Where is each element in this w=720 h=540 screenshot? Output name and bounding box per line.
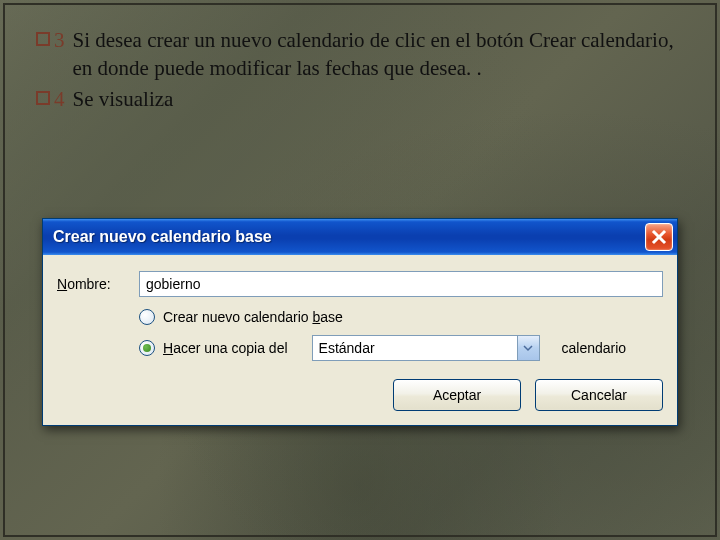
slide-text: 3 Si desea crear un nuevo calendario de … xyxy=(36,26,680,115)
bullet-number: 3 xyxy=(54,26,65,83)
bullet-text: Si desea crear un nuevo calendario de cl… xyxy=(73,26,681,83)
name-label: Nombre: xyxy=(57,276,139,292)
ok-button[interactable]: Aceptar xyxy=(393,379,521,411)
radio-icon[interactable] xyxy=(139,309,155,325)
close-icon xyxy=(651,229,667,245)
radio-create-new[interactable]: Crear nuevo calendario base xyxy=(139,309,663,325)
dialog-title: Crear nuevo calendario base xyxy=(53,228,645,246)
radio-label: Crear nuevo calendario base xyxy=(163,309,343,325)
name-input[interactable] xyxy=(139,271,663,297)
bullet-item: 4 Se visualiza xyxy=(36,85,680,113)
radio-copy-from[interactable]: Hacer una copia del Estándar calendario xyxy=(139,335,663,361)
bullet-text: Se visualiza xyxy=(73,85,681,113)
dialog-titlebar[interactable]: Crear nuevo calendario base xyxy=(43,219,677,255)
bullet-square-icon xyxy=(36,91,50,105)
cancel-button[interactable]: Cancelar xyxy=(535,379,663,411)
dialog-body: Nombre: Crear nuevo calendario base Hace… xyxy=(43,255,677,425)
bullet-item: 3 Si desea crear un nuevo calendario de … xyxy=(36,26,680,83)
bullet-square-icon xyxy=(36,32,50,46)
bullet-number: 4 xyxy=(54,85,65,113)
source-calendar-combo[interactable]: Estándar xyxy=(312,335,540,361)
chevron-down-icon xyxy=(523,343,533,353)
radio-label: Hacer una copia del xyxy=(163,340,288,356)
dialog-buttons: Aceptar Cancelar xyxy=(57,379,663,411)
radio-icon[interactable] xyxy=(139,340,155,356)
combo-value: Estándar xyxy=(313,340,517,356)
close-button[interactable] xyxy=(645,223,673,251)
suffix-label: calendario xyxy=(562,340,627,356)
dialog-create-calendar: Crear nuevo calendario base Nombre: Crea… xyxy=(42,218,678,426)
name-row: Nombre: xyxy=(57,271,663,297)
combo-dropdown-button[interactable] xyxy=(517,336,539,360)
